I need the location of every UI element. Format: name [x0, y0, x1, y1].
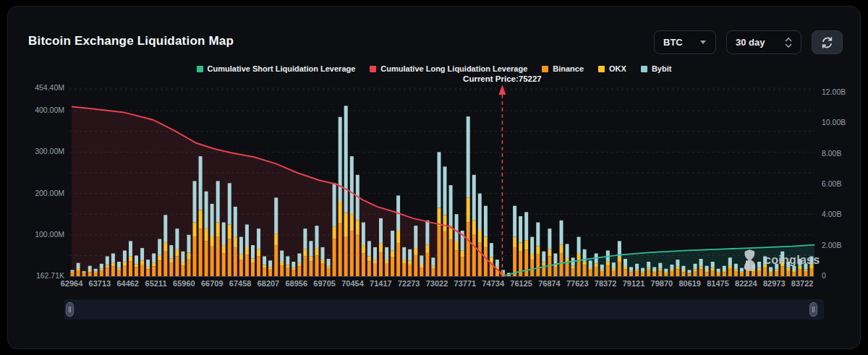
range-navigator-track[interactable] — [64, 299, 824, 320]
liquidation-map-card: Bitcoin Exchange Liquidation Map BTC 30 … — [7, 6, 861, 349]
navigator-handle-right[interactable] — [809, 302, 817, 317]
liquidation-chart-plot[interactable] — [8, 7, 868, 310]
navigator-handle-left[interactable] — [66, 302, 74, 317]
